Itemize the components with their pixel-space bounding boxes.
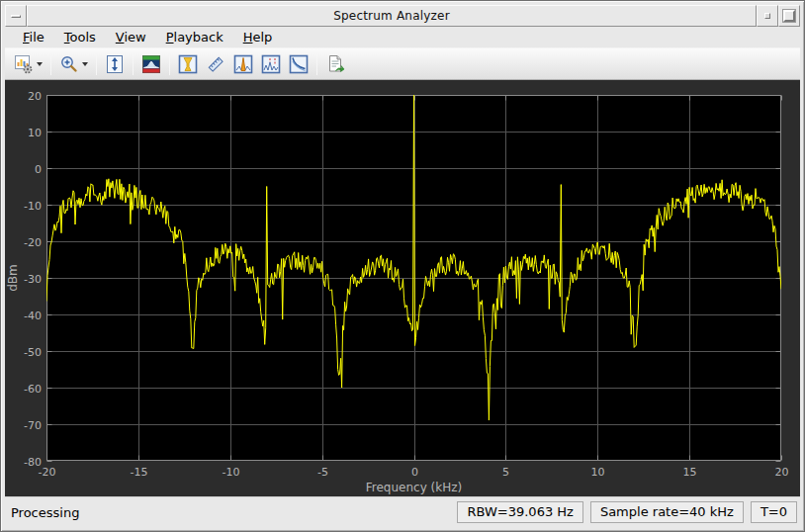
minimize-button[interactable]	[757, 5, 778, 27]
spectrum-settings-icon	[141, 54, 161, 74]
y-tick-label: 0	[35, 163, 42, 176]
chart-gear-icon	[14, 54, 34, 74]
y-tick-label: -70	[24, 419, 42, 432]
x-tick-label: 10	[591, 466, 605, 479]
signal-measure-icon	[178, 54, 198, 74]
display-settings-dropdown-arrow-icon[interactable]	[37, 62, 43, 66]
zoom-in-icon	[59, 54, 79, 74]
menubar: FileToolsViewPlaybackHelp	[5, 27, 800, 47]
menu-playback[interactable]: Playback	[156, 28, 233, 47]
titlebar: Spectrum Analyzer	[5, 5, 800, 27]
y-tick-label: 10	[28, 127, 42, 139]
peak-finder-button[interactable]	[229, 51, 257, 77]
full-span-button[interactable]	[101, 51, 129, 77]
toolbar-separator	[169, 53, 170, 75]
distortion-icon	[261, 54, 281, 74]
spectrum-settings-button[interactable]	[137, 51, 165, 77]
y-tick-label: -40	[24, 310, 42, 322]
ruler-icon	[206, 54, 225, 74]
ccdf-measurements-button[interactable]	[285, 51, 313, 77]
measure-signal-button[interactable]	[174, 51, 202, 77]
toolbar	[5, 47, 800, 80]
y-tick-label: -60	[24, 383, 42, 396]
y-tick-label: -80	[24, 456, 42, 469]
toolbar-separator	[133, 53, 134, 75]
x-tick-label: -15	[131, 466, 148, 479]
window-menu-icon	[11, 15, 21, 18]
sample-rate-panel: Sample rate=40 kHz	[590, 501, 744, 523]
cursor-measurements-button[interactable]	[202, 51, 229, 77]
spectrum-chart: -20-15-10-50510152020100-10-20-30-40-50-…	[5, 80, 800, 496]
status-text: Processing	[11, 505, 450, 520]
window-title: Spectrum Analyzer	[27, 5, 757, 27]
y-tick-label: -50	[24, 346, 42, 359]
toolbar-separator	[96, 53, 97, 75]
menu-view[interactable]: View	[106, 28, 156, 47]
menu-file[interactable]: File	[13, 28, 54, 47]
x-tick-label: 20	[775, 466, 789, 479]
y-tick-label: 20	[28, 90, 42, 103]
spectrum-analyzer-window: Spectrum Analyzer FileToolsViewPlaybackH…	[0, 0, 805, 532]
maximize-button[interactable]	[778, 5, 800, 27]
maximize-icon	[783, 10, 795, 22]
x-axis-label: Frequency (kHz)	[366, 481, 462, 494]
rbw-panel: RBW=39.063 Hz	[457, 501, 582, 523]
plot-area: -20-15-10-50510152020100-10-20-30-40-50-…	[5, 80, 800, 496]
peak-finder-icon	[233, 54, 253, 74]
y-tick-label: -10	[24, 200, 42, 213]
display-settings-button[interactable]	[10, 51, 46, 77]
toolbar-separator	[50, 53, 51, 75]
generate-script-button[interactable]	[321, 51, 349, 77]
menu-help[interactable]: Help	[233, 28, 283, 47]
fit-vertical-icon	[105, 54, 125, 74]
zoom-in-button[interactable]	[55, 51, 92, 77]
toolbar-separator	[316, 53, 317, 75]
statusbar: Processing RBW=39.063 Hz Sample rate=40 …	[5, 496, 800, 527]
document-export-icon	[325, 54, 345, 74]
x-tick-label: 5	[502, 466, 509, 479]
y-axis-label: dBm	[6, 264, 20, 292]
x-tick-label: -5	[317, 466, 328, 479]
ccdf-icon	[289, 54, 309, 74]
distortion-measurements-button[interactable]	[257, 51, 285, 77]
y-tick-label: -20	[24, 236, 42, 249]
minimize-icon	[764, 13, 770, 19]
x-tick-label: -10	[223, 466, 240, 479]
zoom-in-dropdown-arrow-icon[interactable]	[82, 62, 88, 66]
time-panel: T=0	[751, 501, 797, 523]
y-tick-label: -30	[24, 273, 42, 286]
menu-tools[interactable]: Tools	[54, 28, 106, 47]
x-tick-label: 15	[683, 466, 697, 479]
x-tick-label: 0	[411, 466, 418, 479]
window-menu-button[interactable]	[5, 5, 27, 27]
